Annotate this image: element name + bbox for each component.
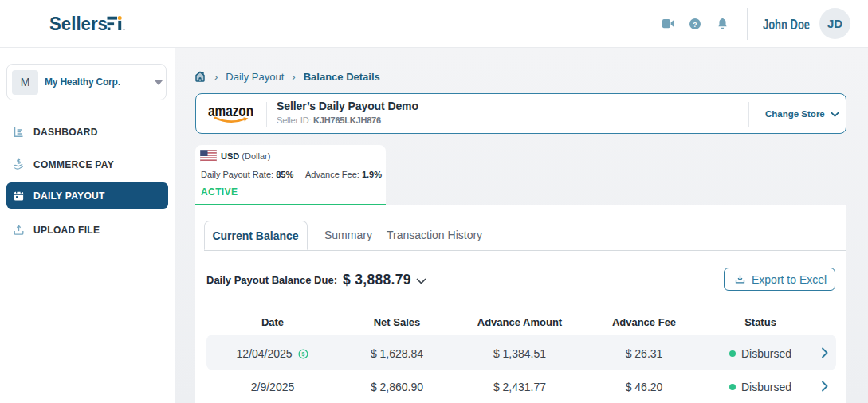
svg-text:amazon: amazon [208, 102, 253, 119]
svg-text:$: $ [302, 351, 305, 358]
svg-text:?: ? [693, 21, 697, 29]
svg-text:Sellers: Sellers [49, 14, 108, 34]
svg-text:John Doe: John Doe [763, 17, 810, 33]
